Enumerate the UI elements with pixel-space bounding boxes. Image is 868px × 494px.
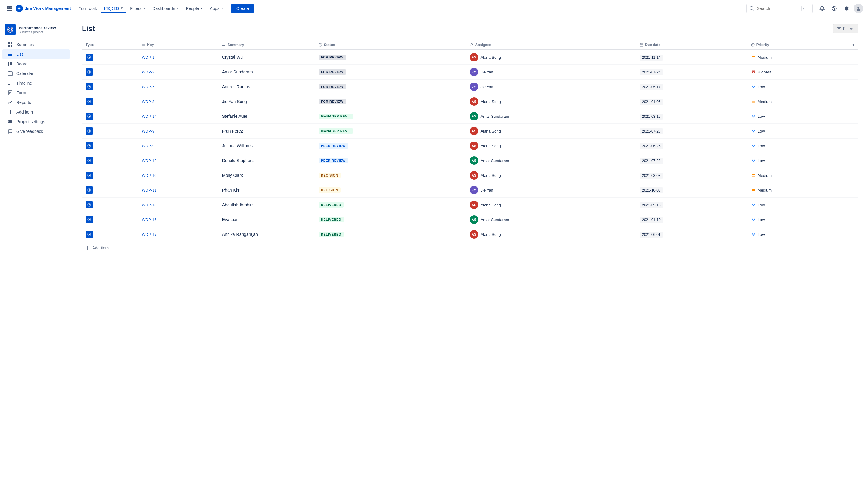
sidebar-item-list[interactable]: List (2, 50, 70, 59)
priority: Low (751, 203, 845, 207)
status-badge: FOR REVIEW (318, 55, 346, 60)
sidebar-item-reports[interactable]: Reports (2, 98, 70, 107)
table-row[interactable]: WDP-9 Joshua Williams PEER REVIEW AS Ala… (82, 138, 858, 153)
cell-summary: Phan Kim (219, 183, 315, 197)
svg-rect-32 (8, 72, 12, 76)
key-link[interactable]: WDP-1 (142, 55, 154, 60)
cell-key[interactable]: WDP-15 (138, 197, 219, 212)
cell-key[interactable]: WDP-12 (138, 153, 219, 168)
sidebar-item-add-item[interactable]: Add item (2, 107, 70, 117)
filters-button[interactable]: Filters (833, 24, 858, 33)
table-row[interactable]: WDP-16 Eva Lien DELIVERED AS Amar Sundar… (82, 212, 858, 227)
priority: Medium (751, 55, 845, 60)
settings-button[interactable] (842, 4, 851, 13)
table-row[interactable]: WDP-7 Andres Ramos FOR REVIEW JY Jie Yan… (82, 79, 858, 94)
notifications-button[interactable] (817, 4, 827, 13)
nav-apps[interactable]: Apps ▼ (207, 4, 227, 13)
grid-icon[interactable] (5, 4, 13, 13)
svg-rect-30 (10, 62, 11, 65)
type-icon (86, 98, 93, 105)
create-button[interactable]: Create (232, 4, 254, 13)
sidebar-item-give-feedback[interactable]: Give feedback (2, 127, 70, 136)
nav-your-work[interactable]: Your work (76, 4, 100, 13)
cell-summary: Molly Clark (219, 168, 315, 183)
cell-status: PEER REVIEW (315, 138, 466, 153)
cell-key[interactable]: WDP-9 (138, 124, 219, 138)
type-icon (86, 201, 93, 208)
table-row[interactable]: WDP-2 Amar Sundaram FOR REVIEW JY Jie Ya… (82, 65, 858, 79)
key-link[interactable]: WDP-12 (142, 158, 156, 163)
col-add[interactable]: + (849, 40, 858, 50)
sidebar-item-project-settings[interactable]: Project settings (2, 117, 70, 127)
col-type: Type (82, 40, 138, 50)
cell-key[interactable]: WDP-2 (138, 65, 219, 79)
sidebar-item-timeline[interactable]: Timeline (2, 78, 70, 88)
key-link[interactable]: WDP-15 (142, 203, 156, 207)
table-row[interactable]: WDP-11 Phan Kim DECISION JY Jie Yan 2021… (82, 183, 858, 197)
project-name: Performance review (19, 25, 56, 30)
nav-projects[interactable]: Projects ▼ (101, 4, 126, 13)
svg-rect-50 (222, 45, 224, 46)
table-row[interactable]: WDP-17 Annika Rangarajan DELIVERED AS Al… (82, 227, 858, 242)
key-link[interactable]: WDP-9 (142, 129, 154, 133)
assignee: JY Jie Yan (470, 186, 633, 194)
key-link[interactable]: WDP-16 (142, 217, 156, 222)
status-badge: FOR REVIEW (318, 84, 346, 90)
add-item-row[interactable]: Add item (82, 242, 858, 254)
sidebar-item-calendar[interactable]: Calendar (2, 69, 70, 78)
nav-people[interactable]: People ▼ (183, 4, 206, 13)
svg-point-67 (89, 130, 90, 132)
cell-type (82, 197, 138, 212)
key-link[interactable]: WDP-14 (142, 114, 156, 119)
table-row[interactable]: WDP-12 Donald Stephens PEER REVIEW AS Am… (82, 153, 858, 168)
nav-filters[interactable]: Filters ▼ (127, 4, 149, 13)
cell-type (82, 65, 138, 79)
key-link[interactable]: WDP-9 (142, 144, 154, 148)
key-link[interactable]: WDP-8 (142, 99, 154, 104)
key-link[interactable]: WDP-2 (142, 70, 154, 74)
help-button[interactable] (829, 4, 839, 13)
svg-point-66 (89, 116, 90, 117)
key-link[interactable]: WDP-7 (142, 84, 154, 89)
nav-dashboards[interactable]: Dashboards ▼ (149, 4, 182, 13)
summary-text: Amar Sundaram (222, 70, 253, 74)
top-nav-items: Your work Projects ▼ Filters ▼ Dashboard… (76, 4, 227, 13)
table-row[interactable]: WDP-8 Jie Yan Song FOR REVIEW AS Alana S… (82, 94, 858, 109)
cell-key[interactable]: WDP-8 (138, 94, 219, 109)
svg-rect-65 (752, 102, 755, 103)
sidebar-item-summary[interactable]: Summary (2, 40, 70, 50)
cell-key[interactable]: WDP-10 (138, 168, 219, 183)
priority-label: Low (758, 217, 765, 222)
cell-key[interactable]: WDP-1 (138, 50, 219, 65)
cell-key[interactable]: WDP-16 (138, 212, 219, 227)
search-input[interactable] (757, 6, 799, 11)
key-link[interactable]: WDP-10 (142, 173, 156, 178)
key-link[interactable]: WDP-17 (142, 232, 156, 237)
priority-icon (751, 232, 756, 237)
assignee: AS Alana Song (470, 230, 633, 239)
cell-key[interactable]: WDP-11 (138, 183, 219, 197)
cell-key[interactable]: WDP-14 (138, 109, 219, 124)
user-avatar[interactable] (853, 4, 863, 13)
table-row[interactable]: WDP-1 Crystal Wu FOR REVIEW AS Alana Son… (82, 50, 858, 65)
cell-key[interactable]: WDP-17 (138, 227, 219, 242)
svg-point-68 (89, 145, 90, 146)
cell-key[interactable]: WDP-7 (138, 79, 219, 94)
svg-rect-26 (8, 53, 12, 53)
search-box[interactable]: / (746, 4, 813, 13)
table-row[interactable]: WDP-14 Stefanie Auer MANAGER REV... AS A… (82, 109, 858, 124)
cell-type (82, 50, 138, 65)
app-logo[interactable]: Jira Work Management (16, 5, 71, 12)
table-row[interactable]: WDP-10 Molly Clark DECISION AS Alana Son… (82, 168, 858, 183)
key-link[interactable]: WDP-11 (142, 188, 156, 192)
table-row[interactable]: WDP-15 Abdullah Ibrahim DELIVERED AS Ala… (82, 197, 858, 212)
svg-point-77 (89, 219, 90, 220)
cell-summary: Jie Yan Song (219, 94, 315, 109)
col-status: Status (315, 40, 466, 50)
cell-key[interactable]: WDP-9 (138, 138, 219, 153)
sidebar-item-form[interactable]: Form (2, 88, 70, 98)
cell-due-date: 2021-06-25 (636, 138, 747, 153)
assignee: AS Alana Song (470, 171, 633, 179)
table-row[interactable]: WDP-9 Fran Perez MANAGER REV... AS Alana… (82, 124, 858, 138)
sidebar-item-board[interactable]: Board (2, 59, 70, 69)
